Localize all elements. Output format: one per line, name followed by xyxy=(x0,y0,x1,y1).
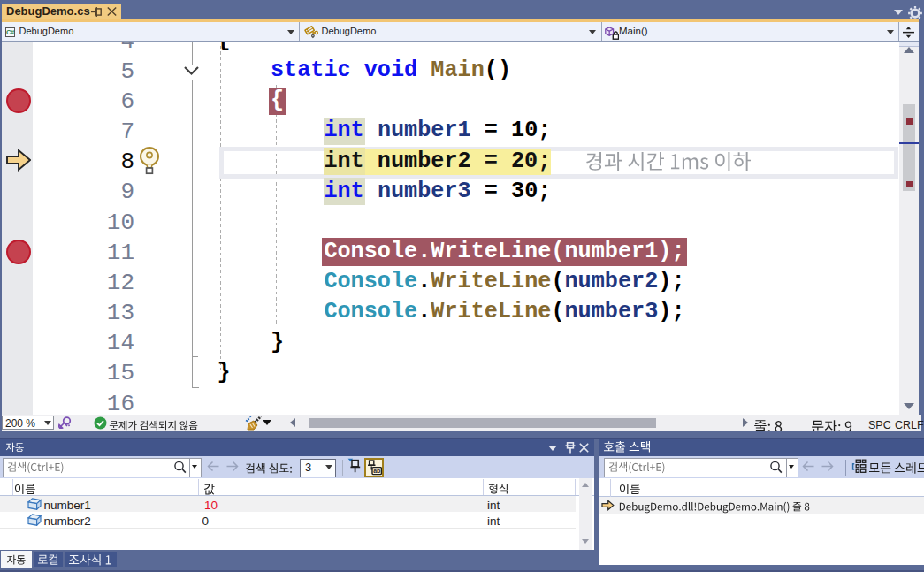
svg-text:ab: ab xyxy=(373,468,380,474)
